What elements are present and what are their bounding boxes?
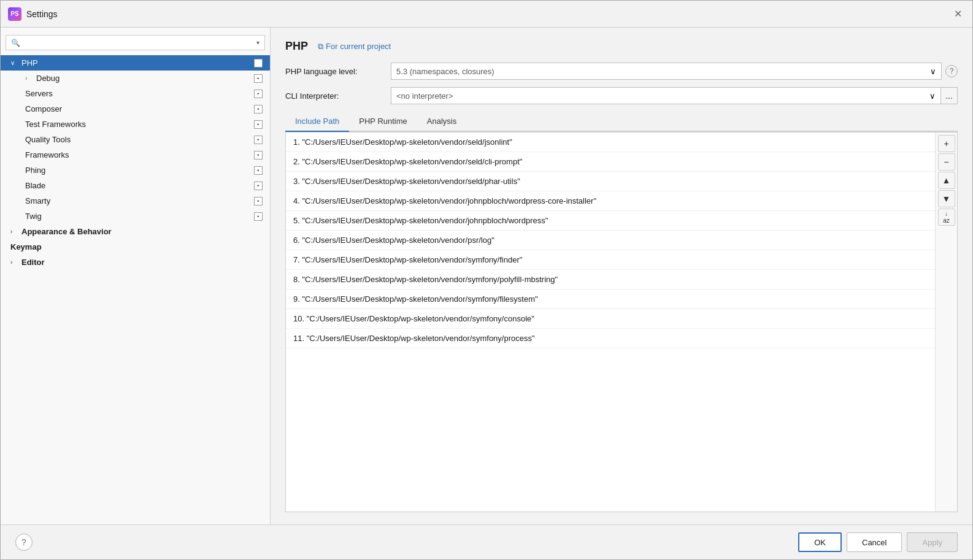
sidebar-item-test-frameworks[interactable]: Test Frameworks ▪ bbox=[1, 117, 270, 132]
language-level-help-icon[interactable]: ? bbox=[945, 65, 958, 77]
ok-button[interactable]: OK bbox=[798, 532, 842, 552]
move-down-button[interactable]: ▼ bbox=[938, 190, 955, 207]
smarty-file-icon: ▪ bbox=[254, 197, 263, 205]
content-header: PHP ⧉ For current project bbox=[285, 40, 958, 53]
sidebar-item-keymap-label: Keymap bbox=[10, 242, 42, 251]
sidebar-item-phing-label: Phing bbox=[25, 166, 45, 175]
help-button[interactable]: ? bbox=[15, 534, 33, 551]
sidebar-item-twig-label: Twig bbox=[25, 212, 42, 221]
remove-path-button[interactable]: − bbox=[938, 153, 955, 171]
sidebar-item-debug-label: Debug bbox=[36, 74, 60, 83]
project-link[interactable]: ⧉ For current project bbox=[318, 42, 391, 52]
app-icon: PS bbox=[8, 7, 21, 21]
project-link-text: For current project bbox=[326, 42, 391, 51]
path-list-item[interactable]: 1. "C:/Users/IEUser/Desktop/wp-skeleton/… bbox=[286, 132, 935, 152]
sidebar-item-debug[interactable]: › Debug ▪ bbox=[1, 71, 270, 86]
sidebar-item-servers-label: Servers bbox=[25, 89, 53, 98]
cli-interpreter-select[interactable]: <no interpreter> ∨ bbox=[391, 87, 940, 104]
sidebar-item-composer-label: Composer bbox=[25, 104, 62, 113]
cli-interpreter-label: CLI Interpreter: bbox=[285, 91, 383, 101]
sidebar-item-quality-tools[interactable]: Quality Tools ▪ bbox=[1, 132, 270, 147]
sidebar-item-twig[interactable]: Twig ▪ bbox=[1, 209, 270, 224]
path-panel: 1. "C:/Users/IEUser/Desktop/wp-skeleton/… bbox=[285, 132, 958, 512]
path-list-item[interactable]: 5. "C:/Users/IEUser/Desktop/wp-skeleton/… bbox=[286, 211, 935, 231]
search-input[interactable] bbox=[23, 38, 254, 47]
php-file-icon: ▪ bbox=[254, 59, 263, 67]
sidebar-item-frameworks[interactable]: Frameworks ▪ bbox=[1, 147, 270, 163]
path-list-item[interactable]: 7. "C:/Users/IEUser/Desktop/wp-skeleton/… bbox=[286, 250, 935, 270]
sort-button[interactable]: ↓az bbox=[938, 209, 955, 226]
sidebar-item-composer[interactable]: Composer ▪ bbox=[1, 101, 270, 117]
search-box[interactable]: 🔍 ▾ bbox=[6, 35, 265, 50]
sidebar-item-php-label: PHP bbox=[21, 58, 38, 67]
tabs: Include Path PHP Runtime Analysis bbox=[285, 112, 958, 132]
sidebar-item-smarty[interactable]: Smarty ▪ bbox=[1, 193, 270, 209]
path-action-buttons: + − ▲ ▼ ↓az bbox=[935, 132, 957, 512]
php-chevron-down: ∨ bbox=[10, 59, 18, 66]
sidebar-item-appearance-behavior[interactable]: › Appearance & Behavior bbox=[1, 224, 270, 239]
sidebar-item-frameworks-label: Frameworks bbox=[25, 150, 69, 159]
path-list-item[interactable]: 3. "C:/Users/IEUser/Desktop/wp-skeleton/… bbox=[286, 172, 935, 191]
tab-php-runtime[interactable]: PHP Runtime bbox=[349, 112, 417, 132]
path-list-item[interactable]: 9. "C:/Users/IEUser/Desktop/wp-skeleton/… bbox=[286, 290, 935, 309]
sidebar-item-php[interactable]: ∨ PHP ▪ bbox=[1, 55, 270, 71]
apply-button[interactable]: Apply bbox=[907, 532, 958, 552]
close-button[interactable]: ✕ bbox=[950, 7, 965, 21]
add-path-button[interactable]: + bbox=[938, 135, 955, 152]
composer-file-icon: ▪ bbox=[254, 105, 263, 113]
php-language-level-value: 5.3 (namespaces, closures) bbox=[396, 67, 494, 76]
path-list-item[interactable]: 10. "C:/Users/IEUser/Desktop/wp-skeleton… bbox=[286, 309, 935, 329]
sidebar-item-test-frameworks-label: Test Frameworks bbox=[25, 120, 86, 129]
content-title: PHP bbox=[285, 40, 308, 53]
settings-dialog: PS Settings ✕ 🔍 ▾ ∨ PHP ▪ bbox=[0, 0, 973, 560]
servers-file-icon: ▪ bbox=[254, 90, 263, 98]
cancel-button[interactable]: Cancel bbox=[847, 532, 902, 552]
main-content: 🔍 ▾ ∨ PHP ▪ › Debug ▪ bbox=[1, 28, 972, 524]
footer: ? OK Cancel Apply bbox=[1, 524, 972, 559]
appearance-chevron: › bbox=[10, 228, 18, 235]
twig-file-icon: ▪ bbox=[254, 212, 263, 221]
sidebar-item-phing[interactable]: Phing ▪ bbox=[1, 163, 270, 178]
cli-interpreter-value: <no interpreter> bbox=[396, 91, 453, 101]
footer-buttons: OK Cancel Apply bbox=[798, 532, 958, 552]
php-language-level-label: PHP language level: bbox=[285, 67, 383, 76]
tab-analysis[interactable]: Analysis bbox=[417, 112, 466, 132]
blade-file-icon: ▪ bbox=[254, 182, 263, 190]
move-up-button[interactable]: ▲ bbox=[938, 172, 955, 189]
tab-include-path[interactable]: Include Path bbox=[285, 112, 349, 132]
sidebar-item-blade-label: Blade bbox=[25, 181, 45, 190]
editor-chevron: › bbox=[10, 259, 18, 266]
path-list-item[interactable]: 11. "C:/Users/IEUser/Desktop/wp-skeleton… bbox=[286, 329, 935, 348]
cli-interpreter-row: CLI Interpreter: <no interpreter> ∨ ... bbox=[285, 87, 958, 104]
phing-file-icon: ▪ bbox=[254, 166, 263, 175]
debug-chevron: › bbox=[25, 75, 33, 82]
path-list-item[interactable]: 8. "C:/Users/IEUser/Desktop/wp-skeleton/… bbox=[286, 270, 935, 290]
path-list-item[interactable]: 2. "C:/Users/IEUser/Desktop/wp-skeleton/… bbox=[286, 152, 935, 172]
sidebar-item-servers[interactable]: Servers ▪ bbox=[1, 86, 270, 101]
cli-interpreter-dots-button[interactable]: ... bbox=[940, 87, 958, 104]
sidebar-item-appearance-label: Appearance & Behavior bbox=[21, 227, 112, 236]
sidebar-item-keymap[interactable]: Keymap bbox=[1, 239, 270, 255]
php-language-level-select[interactable]: 5.3 (namespaces, closures) ∨ bbox=[391, 63, 942, 80]
language-level-dropdown-arrow: ∨ bbox=[930, 67, 936, 76]
path-list: 1. "C:/Users/IEUser/Desktop/wp-skeleton/… bbox=[286, 132, 935, 512]
tabs-and-path-panel: Include Path PHP Runtime Analysis 1. "C:… bbox=[285, 112, 958, 512]
path-list-item[interactable]: 6. "C:/Users/IEUser/Desktop/wp-skeleton/… bbox=[286, 231, 935, 250]
sidebar-item-quality-tools-label: Quality Tools bbox=[25, 135, 71, 144]
sidebar-item-smarty-label: Smarty bbox=[25, 196, 50, 205]
sidebar-item-editor[interactable]: › Editor bbox=[1, 255, 270, 270]
debug-file-icon: ▪ bbox=[254, 74, 263, 83]
php-language-level-row: PHP language level: 5.3 (namespaces, clo… bbox=[285, 63, 958, 80]
title-bar-left: PS Settings bbox=[8, 7, 58, 21]
sidebar-item-blade[interactable]: Blade ▪ bbox=[1, 178, 270, 193]
cli-dropdown-arrow: ∨ bbox=[929, 91, 936, 101]
sidebar-item-editor-label: Editor bbox=[21, 258, 45, 267]
sidebar: 🔍 ▾ ∨ PHP ▪ › Debug ▪ bbox=[1, 28, 271, 524]
path-list-item[interactable]: 4. "C:/Users/IEUser/Desktop/wp-skeleton/… bbox=[286, 191, 935, 211]
quality-tools-file-icon: ▪ bbox=[254, 136, 263, 144]
frameworks-file-icon: ▪ bbox=[254, 151, 263, 159]
dialog-title: Settings bbox=[26, 9, 58, 19]
search-icon: 🔍 bbox=[11, 39, 20, 47]
content-area: PHP ⧉ For current project PHP language l… bbox=[271, 28, 972, 524]
search-dropdown-arrow[interactable]: ▾ bbox=[256, 39, 260, 46]
